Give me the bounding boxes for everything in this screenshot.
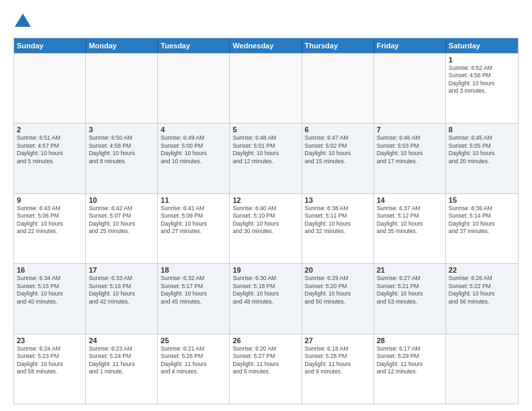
calendar-cell: 6Sunrise: 6:47 AM Sunset: 5:02 PM Daylig…: [302, 124, 374, 193]
day-number: 18: [161, 266, 226, 274]
header: [13, 12, 519, 31]
calendar-cell: [374, 54, 446, 123]
day-info: Sunrise: 6:45 AM Sunset: 5:05 PM Dayligh…: [449, 134, 515, 165]
day-info: Sunrise: 6:30 AM Sunset: 5:18 PM Dayligh…: [232, 275, 298, 306]
calendar: SundayMondayTuesdayWednesdayThursdayFrid…: [13, 38, 519, 404]
day-number: 23: [17, 336, 83, 345]
calendar-cell: 1Sunrise: 6:52 AM Sunset: 4:56 PM Daylig…: [446, 54, 518, 123]
calendar-row: 23Sunrise: 6:24 AM Sunset: 5:23 PM Dayli…: [14, 334, 518, 404]
calendar-cell: 10Sunrise: 6:42 AM Sunset: 5:07 PM Dayli…: [86, 194, 158, 263]
day-info: Sunrise: 6:42 AM Sunset: 5:07 PM Dayligh…: [89, 205, 154, 236]
calendar-cell: 13Sunrise: 6:38 AM Sunset: 5:11 PM Dayli…: [302, 194, 374, 263]
calendar-cell: 15Sunrise: 6:36 AM Sunset: 5:14 PM Dayli…: [446, 194, 518, 263]
day-number: 4: [161, 126, 226, 134]
calendar-row: 16Sunrise: 6:34 AM Sunset: 5:15 PM Dayli…: [14, 263, 518, 333]
calendar-cell: 20Sunrise: 6:29 AM Sunset: 5:20 PM Dayli…: [302, 264, 374, 333]
day-number: 12: [232, 196, 298, 204]
calendar-cell: 28Sunrise: 6:17 AM Sunset: 5:29 PM Dayli…: [374, 334, 446, 404]
calendar-row: 1Sunrise: 6:52 AM Sunset: 4:56 PM Daylig…: [14, 53, 518, 123]
day-number: 6: [305, 126, 371, 134]
calendar-header-cell: Monday: [86, 38, 158, 53]
logo: [13, 12, 35, 31]
calendar-cell: 24Sunrise: 6:23 AM Sunset: 5:24 PM Dayli…: [86, 334, 158, 404]
calendar-cell: [86, 54, 158, 123]
day-number: 24: [89, 336, 154, 345]
calendar-cell: [302, 54, 374, 123]
calendar-header-cell: Friday: [374, 38, 446, 53]
day-number: 1: [449, 56, 515, 64]
calendar-cell: 9Sunrise: 6:43 AM Sunset: 5:06 PM Daylig…: [14, 194, 86, 263]
calendar-cell: 18Sunrise: 6:32 AM Sunset: 5:17 PM Dayli…: [158, 264, 230, 333]
day-number: 2: [17, 126, 83, 134]
calendar-cell: 14Sunrise: 6:37 AM Sunset: 5:12 PM Dayli…: [374, 194, 446, 263]
day-info: Sunrise: 6:43 AM Sunset: 5:06 PM Dayligh…: [17, 205, 83, 236]
calendar-header: SundayMondayTuesdayWednesdayThursdayFrid…: [14, 38, 518, 53]
page: SundayMondayTuesdayWednesdayThursdayFrid…: [0, 0, 532, 411]
day-info: Sunrise: 6:41 AM Sunset: 5:09 PM Dayligh…: [161, 205, 226, 236]
calendar-header-cell: Sunday: [14, 38, 86, 53]
day-number: 7: [377, 126, 443, 134]
calendar-cell: 23Sunrise: 6:24 AM Sunset: 5:23 PM Dayli…: [14, 334, 86, 404]
day-info: Sunrise: 6:32 AM Sunset: 5:17 PM Dayligh…: [161, 275, 226, 306]
day-number: 21: [377, 266, 443, 274]
calendar-cell: 5Sunrise: 6:48 AM Sunset: 5:01 PM Daylig…: [230, 124, 302, 193]
day-info: Sunrise: 6:21 AM Sunset: 5:26 PM Dayligh…: [161, 345, 226, 376]
calendar-cell: 22Sunrise: 6:26 AM Sunset: 5:22 PM Dayli…: [446, 264, 518, 333]
day-info: Sunrise: 6:36 AM Sunset: 5:14 PM Dayligh…: [449, 205, 515, 236]
day-number: 17: [89, 266, 154, 274]
calendar-row: 9Sunrise: 6:43 AM Sunset: 5:06 PM Daylig…: [14, 193, 518, 263]
day-number: 27: [305, 336, 371, 345]
calendar-cell: 17Sunrise: 6:33 AM Sunset: 5:16 PM Dayli…: [86, 264, 158, 333]
calendar-header-cell: Thursday: [302, 38, 374, 53]
calendar-row: 2Sunrise: 6:51 AM Sunset: 4:57 PM Daylig…: [14, 123, 518, 193]
calendar-cell: 19Sunrise: 6:30 AM Sunset: 5:18 PM Dayli…: [230, 264, 302, 333]
day-number: 16: [17, 266, 83, 274]
day-info: Sunrise: 6:18 AM Sunset: 5:28 PM Dayligh…: [305, 345, 371, 376]
svg-marker-1: [16, 16, 30, 26]
calendar-cell: 16Sunrise: 6:34 AM Sunset: 5:15 PM Dayli…: [14, 264, 86, 333]
day-info: Sunrise: 6:17 AM Sunset: 5:29 PM Dayligh…: [377, 345, 443, 376]
day-info: Sunrise: 6:29 AM Sunset: 5:20 PM Dayligh…: [305, 275, 371, 306]
calendar-cell: [14, 54, 86, 123]
calendar-cell: 27Sunrise: 6:18 AM Sunset: 5:28 PM Dayli…: [302, 334, 374, 404]
day-info: Sunrise: 6:37 AM Sunset: 5:12 PM Dayligh…: [377, 205, 443, 236]
day-info: Sunrise: 6:38 AM Sunset: 5:11 PM Dayligh…: [305, 205, 371, 236]
day-number: 3: [89, 126, 154, 134]
day-info: Sunrise: 6:46 AM Sunset: 5:03 PM Dayligh…: [377, 134, 443, 165]
day-number: 14: [377, 196, 443, 204]
calendar-cell: 8Sunrise: 6:45 AM Sunset: 5:05 PM Daylig…: [446, 124, 518, 193]
day-number: 22: [449, 266, 515, 274]
day-number: 10: [89, 196, 154, 204]
day-number: 15: [449, 196, 515, 204]
day-number: 9: [17, 196, 83, 204]
calendar-cell: [230, 54, 302, 123]
day-number: 8: [449, 126, 515, 134]
calendar-cell: 12Sunrise: 6:40 AM Sunset: 5:10 PM Dayli…: [230, 194, 302, 263]
day-number: 13: [305, 196, 371, 204]
day-info: Sunrise: 6:52 AM Sunset: 4:56 PM Dayligh…: [449, 64, 515, 95]
calendar-body: 1Sunrise: 6:52 AM Sunset: 4:56 PM Daylig…: [14, 53, 518, 404]
day-number: 20: [305, 266, 371, 274]
day-info: Sunrise: 6:23 AM Sunset: 5:24 PM Dayligh…: [89, 345, 154, 376]
day-info: Sunrise: 6:34 AM Sunset: 5:15 PM Dayligh…: [17, 275, 83, 306]
logo-icon: [13, 12, 32, 31]
day-info: Sunrise: 6:49 AM Sunset: 5:00 PM Dayligh…: [161, 134, 226, 165]
day-info: Sunrise: 6:47 AM Sunset: 5:02 PM Dayligh…: [305, 134, 371, 165]
day-number: 5: [232, 126, 298, 134]
day-info: Sunrise: 6:48 AM Sunset: 5:01 PM Dayligh…: [232, 134, 298, 165]
calendar-cell: 7Sunrise: 6:46 AM Sunset: 5:03 PM Daylig…: [374, 124, 446, 193]
day-number: 25: [161, 336, 226, 345]
day-number: 26: [232, 336, 298, 345]
calendar-cell: 2Sunrise: 6:51 AM Sunset: 4:57 PM Daylig…: [14, 124, 86, 193]
day-info: Sunrise: 6:27 AM Sunset: 5:21 PM Dayligh…: [377, 275, 443, 306]
day-info: Sunrise: 6:20 AM Sunset: 5:27 PM Dayligh…: [232, 345, 298, 376]
day-info: Sunrise: 6:50 AM Sunset: 4:58 PM Dayligh…: [89, 134, 154, 165]
calendar-cell: 21Sunrise: 6:27 AM Sunset: 5:21 PM Dayli…: [374, 264, 446, 333]
calendar-cell: 11Sunrise: 6:41 AM Sunset: 5:09 PM Dayli…: [158, 194, 230, 263]
day-info: Sunrise: 6:24 AM Sunset: 5:23 PM Dayligh…: [17, 345, 83, 376]
day-info: Sunrise: 6:33 AM Sunset: 5:16 PM Dayligh…: [89, 275, 154, 306]
calendar-cell: 3Sunrise: 6:50 AM Sunset: 4:58 PM Daylig…: [86, 124, 158, 193]
day-info: Sunrise: 6:51 AM Sunset: 4:57 PM Dayligh…: [17, 134, 83, 165]
day-info: Sunrise: 6:40 AM Sunset: 5:10 PM Dayligh…: [232, 205, 298, 236]
day-number: 19: [232, 266, 298, 274]
